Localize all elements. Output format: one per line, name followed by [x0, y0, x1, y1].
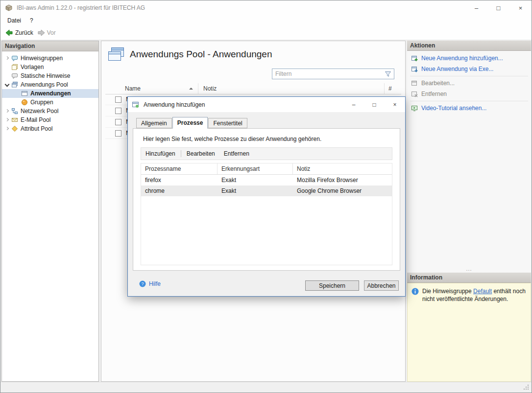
filter-icon[interactable] — [385, 70, 391, 77]
column-header-notiz[interactable]: Notiz — [198, 83, 385, 94]
tree-item-hinweisgruppen[interactable]: Hinweisgruppen — [2, 54, 98, 63]
tree-label: Anwendungen — [30, 90, 71, 97]
minimize-button[interactable]: – — [465, 0, 487, 15]
actions-list: Neue Anwendung hinzufügen... Neue Anwend… — [407, 51, 531, 273]
titlebar[interactable]: IBI-aws Admin 1.22.0 - registriert für I… — [0, 0, 532, 15]
information-box: Die Hinweisgruppe Default enthält noch n… — [407, 283, 531, 382]
chevron-right-icon[interactable] — [4, 126, 10, 132]
chevron-down-icon[interactable] — [4, 82, 10, 88]
action-new-application-via-exe[interactable]: Neue Anwendung via Exe... — [407, 64, 531, 74]
help-label: Hilfe — [149, 280, 161, 287]
save-button[interactable]: Speichern — [305, 280, 359, 291]
column-header-hash[interactable]: # — [385, 83, 392, 94]
information-text: Die Hinweisgruppe Default enthält noch n… — [422, 287, 527, 303]
dialog-description: Hier legen Sie fest, welche Prozesse zu … — [143, 136, 321, 142]
filter-box — [272, 69, 394, 79]
forward-label: Vor — [47, 29, 56, 36]
chevron-right-icon[interactable] — [4, 108, 10, 114]
anwendungs-pool-icon — [11, 81, 18, 88]
tree-label: Gruppen — [30, 99, 53, 106]
page-title: Anwendungs Pool - Anwendungen — [130, 49, 272, 60]
panel-splitter[interactable]: ... — [407, 266, 531, 271]
menu-help[interactable]: ? — [25, 15, 38, 26]
remove-process-button[interactable]: Entfernen — [219, 148, 254, 160]
tree-label: Anwendungs Pool — [21, 81, 68, 88]
edit-process-button[interactable]: Bearbeiten — [182, 148, 219, 160]
back-label: Zurück — [15, 29, 33, 36]
status-bar — [0, 382, 532, 393]
applications-icon — [107, 47, 125, 62]
maximize-button[interactable]: □ — [487, 0, 509, 15]
forward-button[interactable]: Vor — [35, 26, 58, 40]
actions-header: Aktionen — [407, 41, 531, 51]
actions-separator — [410, 76, 528, 76]
process-toolbar: Hinzufügen Bearbeiten Entfernen — [141, 147, 392, 160]
dialog-titlebar[interactable]: Anwendung hinzufügen – □ × — [128, 97, 405, 112]
process-table-header: Prozessname Erkennungsart Notiz — [141, 163, 392, 175]
row-checkbox[interactable] — [115, 130, 121, 137]
help-link[interactable]: ? Hilfe — [139, 280, 161, 287]
window-title: IBI-aws Admin 1.22.0 - registriert für I… — [17, 4, 465, 11]
action-label: Bearbeiten... — [421, 80, 455, 87]
vorlagen-icon — [11, 64, 18, 70]
anwendungen-icon — [21, 90, 28, 97]
information-header: Information — [407, 273, 531, 283]
action-label: Entfernen — [421, 91, 447, 97]
tree-item-anwendungs-pool[interactable]: Anwendungs Pool — [2, 80, 98, 89]
cancel-button[interactable]: Abbrechen — [364, 280, 399, 291]
action-label: Video-Tutorial ansehen... — [421, 105, 486, 112]
column-header-prozessname[interactable]: Prozessname — [141, 163, 218, 174]
attribut-pool-icon — [11, 125, 18, 132]
add-application-exe-icon — [411, 66, 418, 72]
column-header-erkennungsart[interactable]: Erkennungsart — [218, 163, 293, 174]
edit-icon — [411, 80, 418, 87]
action-label: Neue Anwendung via Exe... — [421, 66, 493, 72]
default-group-link[interactable]: Default — [473, 288, 492, 295]
tree-item-anwendungen[interactable]: Anwendungen — [2, 89, 98, 98]
menu-datei[interactable]: Datei — [3, 15, 25, 26]
column-header-name[interactable]: Name — [122, 83, 198, 94]
toolbar-separator — [181, 150, 181, 157]
dialog-minimize-button[interactable]: – — [343, 97, 364, 112]
main-toolbar: Zurück Vor — [0, 26, 532, 40]
action-new-application[interactable]: Neue Anwendung hinzufügen... — [407, 53, 531, 64]
process-row-chrome[interactable]: chrome Exakt Google Chrome Browser — [141, 185, 392, 196]
add-process-button[interactable]: Hinzufügen — [141, 148, 180, 160]
back-button[interactable]: Zurück — [3, 26, 35, 40]
dialog-maximize-button[interactable]: □ — [364, 97, 385, 112]
menubar: Datei ? — [0, 15, 532, 26]
row-checkbox[interactable] — [115, 96, 121, 103]
row-checkbox[interactable] — [115, 119, 121, 125]
action-video-tutorial[interactable]: Video-Tutorial ansehen... — [407, 103, 531, 114]
column-header-notiz[interactable]: Notiz — [293, 163, 392, 174]
dialog-footer: ? Hilfe Speichern Abbrechen — [128, 271, 405, 296]
tree-item-attribut-pool[interactable]: Attribut Pool — [2, 124, 98, 133]
tab-fenstertitel[interactable]: Fenstertitel — [208, 118, 247, 128]
tree-item-vorlagen[interactable]: Vorlagen — [2, 63, 98, 71]
tree-label: Attribut Pool — [21, 125, 52, 132]
resize-grip-icon[interactable] — [524, 385, 530, 391]
tree-label: Hinweisgruppen — [21, 55, 63, 62]
tree-item-email-pool[interactable]: E-Mail Pool — [2, 116, 98, 124]
help-icon: ? — [139, 280, 146, 287]
tab-prozesse[interactable]: Prozesse — [172, 117, 208, 129]
row-checkbox[interactable] — [115, 108, 121, 114]
filter-input[interactable] — [272, 70, 385, 77]
dialog-close-button[interactable]: × — [385, 97, 405, 112]
action-remove[interactable]: Entfernen — [407, 89, 531, 99]
video-tutorial-icon — [411, 105, 418, 112]
tree-item-statische-hinweise[interactable]: Statische Hinweise — [2, 71, 98, 80]
chevron-right-icon[interactable] — [4, 55, 10, 61]
chevron-right-icon[interactable] — [4, 117, 10, 123]
statische-hinweise-icon — [11, 72, 18, 79]
close-button[interactable]: × — [509, 0, 532, 15]
action-edit[interactable]: Bearbeiten... — [407, 78, 531, 89]
process-row-firefox[interactable]: firefox Exakt Mozilla Firefox Browser — [141, 175, 392, 185]
add-application-icon — [411, 55, 418, 62]
remove-icon — [411, 91, 418, 97]
checkbox-column-header — [105, 83, 122, 94]
tree-item-netzwerk-pool[interactable]: Netzwerk Pool — [2, 107, 98, 116]
tab-allgemein[interactable]: Allgemein — [136, 118, 172, 128]
dialog-icon — [132, 101, 140, 109]
tree-item-gruppen[interactable]: Gruppen — [2, 98, 98, 107]
